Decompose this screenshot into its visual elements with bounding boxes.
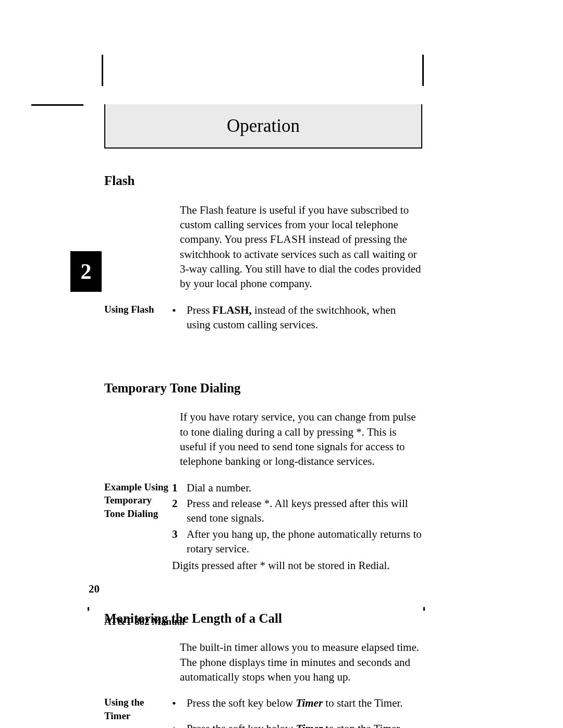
page-number: 20 <box>89 582 100 596</box>
side-label-tone-example: Example Using Temporary Tone Dialing <box>104 480 172 521</box>
timer-bullet: Press the soft key below Timer to stop t… <box>172 721 422 728</box>
star-key-icon: * <box>260 559 266 572</box>
timer-softkey-label: Timer <box>296 697 323 709</box>
text: to stop the Timer. <box>323 722 402 728</box>
section-heading-flash: Flash <box>104 172 422 190</box>
timer-bullet: Press the soft key below Timer to start … <box>172 696 422 710</box>
tone-step: Press and release *. All keys pressed af… <box>172 496 422 526</box>
crop-mark <box>102 55 103 86</box>
text: to start the Timer. <box>323 697 402 709</box>
crop-mark <box>423 607 425 611</box>
page-content: Flash The Flash feature is useful if you… <box>104 172 422 728</box>
crop-mark <box>31 104 83 106</box>
tone-note: Digits pressed after * will not be store… <box>172 558 422 573</box>
timer-intro: The built-in timer allows you to measure… <box>180 640 422 684</box>
text: Digits pressed after <box>172 559 260 572</box>
flash-key-label: FLASH, <box>213 304 252 316</box>
text: After you hang up, the phone automatical… <box>187 528 422 555</box>
text: Dial a number. <box>187 482 251 494</box>
text: Press the soft key below <box>187 722 296 728</box>
side-label-using-flash: Using Flash <box>104 303 172 316</box>
side-label-using-timer: Using the Timer <box>104 696 172 722</box>
flash-key-label: FLASH <box>270 233 306 245</box>
star-key-icon: * <box>356 426 362 438</box>
text: Press the soft key below <box>187 697 296 709</box>
section-heading-tone: Temporary Tone Dialing <box>104 379 422 397</box>
tone-step: After you hang up, the phone automatical… <box>172 527 422 557</box>
crop-mark <box>422 55 424 86</box>
text: Press and release <box>187 497 264 510</box>
page-title: Operation <box>104 104 422 149</box>
chapter-tab: 2 <box>70 251 102 292</box>
tone-intro: If you have rotary service, you can chan… <box>180 410 422 468</box>
text: will not be stored in Redial. <box>265 559 390 572</box>
flash-bullet: Press FLASH, instead of the switchhook, … <box>172 303 422 332</box>
footer-text: AT&T 882 Manual <box>104 615 185 628</box>
text: Press <box>187 304 213 316</box>
crop-mark <box>88 607 89 611</box>
flash-intro: The Flash feature is useful if you have … <box>180 203 422 291</box>
star-key-icon: * <box>264 497 270 510</box>
tone-step: Dial a number. <box>172 480 422 495</box>
timer-softkey-label: Timer <box>296 722 323 728</box>
